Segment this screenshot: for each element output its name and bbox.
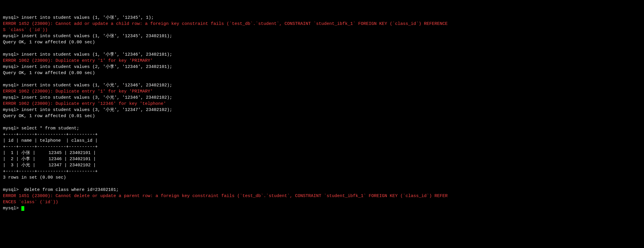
terminal-line: mysql> select * from student; xyxy=(3,125,641,131)
terminal-text: mysql> insert into student values (1, '小… xyxy=(3,83,172,88)
terminal-line: +----+------+-----------+----------+ xyxy=(3,144,641,150)
terminal-line: | 2 | 小李 | 12346 | 23402101 | xyxy=(3,156,641,162)
terminal-line: ENCES `class` (`id`)) xyxy=(3,199,641,205)
terminal-text: mysql> insert into student values (3, '小… xyxy=(3,95,172,100)
error-text: ERROR 1062 (23000): Duplicate entry '1' … xyxy=(3,58,153,63)
error-text: ERROR 1062 (23000): Duplicate entry '1' … xyxy=(3,89,153,94)
terminal-line: S `class` (`id`)) xyxy=(3,27,641,33)
terminal-line: +----+------+-----------+----------+ xyxy=(3,131,641,138)
terminal-text: | 1 | 小张 | 12345 | 23402101 | xyxy=(3,150,96,155)
error-text: S `class` (`id`)) xyxy=(3,28,48,33)
terminal-text: +----+------+-----------+----------+ xyxy=(3,169,98,174)
terminal-text: mysql> insert into student values (1, '小… xyxy=(3,15,154,20)
terminal-line: ERROR 1062 (23000): Duplicate entry '1' … xyxy=(3,58,641,64)
terminal-line: Query OK, 1 row affected (0.00 sec) xyxy=(3,39,641,45)
terminal-line xyxy=(3,119,641,125)
terminal-line: ERROR 1062 (23000): Duplicate entry '123… xyxy=(3,101,641,107)
terminal-line: mysql> delete from class where id=234021… xyxy=(3,187,641,193)
terminal-line: | 3 | 小光 | 12347 | 23402102 | xyxy=(3,162,641,168)
terminal-window: mysql> insert into student values (1, '小… xyxy=(3,2,641,218)
terminal-text: Query OK, 1 row affected (0.00 sec) xyxy=(3,40,95,45)
terminal-line: Query OK, 1 row affected (0.01 sec) xyxy=(3,113,641,119)
terminal-line: mysql> insert into student values (2, '小… xyxy=(3,64,641,70)
terminal-text: | 3 | 小光 | 12347 | 23402102 | xyxy=(3,163,96,168)
terminal-text: 3 rows in set (0.00 sec) xyxy=(3,175,66,180)
terminal-line: Query OK, 1 row affected (0.00 sec) xyxy=(3,70,641,76)
terminal-line: mysql> insert into student values (1, '小… xyxy=(3,33,641,39)
terminal-text: mysql> select * from student; xyxy=(3,126,79,131)
terminal-line: mysql> insert into student values (3, '小… xyxy=(3,107,641,113)
terminal-line: | id | name | telphone | class_id | xyxy=(3,138,641,144)
terminal-line xyxy=(3,76,641,82)
terminal-cursor xyxy=(21,206,24,211)
terminal-line: mysql> insert into student values (1, '小… xyxy=(3,82,641,88)
prompt-text: mysql> xyxy=(3,206,21,211)
terminal-text: +----+------+-----------+----------+ xyxy=(3,132,98,137)
terminal-line: mysql> insert into student values (1, '小… xyxy=(3,15,641,21)
error-text: ERROR 1451 (23000): Cannot delete or upd… xyxy=(3,194,448,199)
terminal-line: ERROR 1452 (23000): Cannot add or update… xyxy=(3,21,641,27)
error-text: ERROR 1452 (23000): Cannot add or update… xyxy=(3,21,448,26)
terminal-text: mysql> insert into student values (3, '小… xyxy=(3,107,172,112)
terminal-line: ERROR 1451 (23000): Cannot delete or upd… xyxy=(3,193,641,199)
error-text: ENCES `class` (`id`)) xyxy=(3,200,58,205)
terminal-line: mysql> insert into student values (1, '小… xyxy=(3,52,641,58)
terminal-line: 3 rows in set (0.00 sec) xyxy=(3,175,641,181)
terminal-line: mysql> insert into student values (3, '小… xyxy=(3,95,641,101)
terminal-text: Query OK, 1 row affected (0.01 sec) xyxy=(3,114,95,119)
terminal-line: +----+------+-----------+----------+ xyxy=(3,168,641,175)
terminal-text: | id | name | telphone | class_id | xyxy=(3,138,98,143)
terminal-line: ERROR 1062 (23000): Duplicate entry '1' … xyxy=(3,88,641,95)
terminal-text: mysql> insert into student values (2, '小… xyxy=(3,64,172,69)
terminal-text: Query OK, 1 row affected (0.00 sec) xyxy=(3,71,95,76)
terminal-text: +----+------+-----------+----------+ xyxy=(3,144,98,149)
terminal-text: | 2 | 小李 | 12346 | 23402101 | xyxy=(3,157,96,162)
terminal-line xyxy=(3,45,641,52)
terminal-text: mysql> insert into student values (1, '小… xyxy=(3,52,172,57)
terminal-line xyxy=(3,181,641,187)
terminal-line: mysql> xyxy=(3,205,641,211)
terminal-line: | 1 | 小张 | 12345 | 23402101 | xyxy=(3,150,641,156)
terminal-text: mysql> delete from class where id=234021… xyxy=(3,187,119,192)
terminal-text: mysql> insert into student values (1, '小… xyxy=(3,34,172,39)
error-text: ERROR 1062 (23000): Duplicate entry '123… xyxy=(3,101,166,106)
